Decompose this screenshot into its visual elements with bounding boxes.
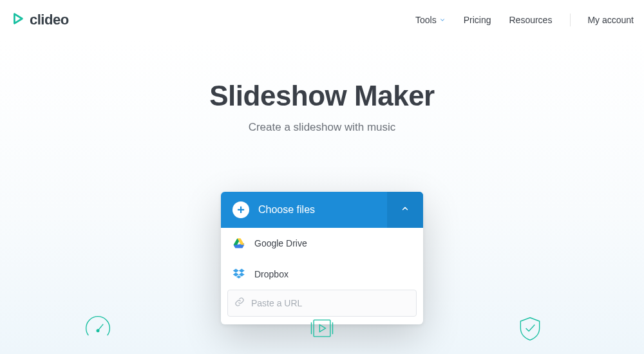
url-input-box[interactable] [227,290,417,317]
upload-panel: + Choose files Google Drive Dropbox [221,192,423,324]
source-dropbox-label: Dropbox [254,269,289,279]
logo-text: clideo [30,12,69,28]
logo[interactable]: clideo [10,12,69,28]
choose-files-label: Choose files [258,204,315,216]
choose-files-toggle[interactable] [387,192,423,228]
nav-separator [570,14,571,26]
choose-files-button[interactable]: + Choose files [221,192,423,228]
nav-pricing[interactable]: Pricing [464,15,491,25]
feature-slideshow-icon [308,314,336,342]
svg-marker-3 [234,245,245,248]
choose-files-main[interactable]: + Choose files [221,201,387,218]
nav-pricing-label: Pricing [464,15,491,25]
my-account-label: My account [587,15,634,25]
feature-secure-icon [516,314,544,342]
source-google-drive-label: Google Drive [254,238,307,248]
dropbox-icon [232,268,245,281]
source-google-drive[interactable]: Google Drive [221,228,423,259]
nav-resources[interactable]: Resources [509,15,552,25]
plus-icon: + [232,201,249,218]
page-subtitle: Create a slideshow with music [0,121,644,134]
svg-rect-6 [314,320,330,337]
nav-primary: Tools Pricing Resources [415,15,570,25]
header: clideo Tools Pricing Resources My a [0,0,644,41]
google-drive-icon [232,237,245,250]
source-dropbox[interactable]: Dropbox [221,259,423,290]
nav: Tools Pricing Resources My account [415,14,634,26]
nav-tools-label: Tools [415,15,437,25]
feature-speed-icon [84,314,112,342]
chevron-up-icon [401,204,410,216]
nav-resources-label: Resources [509,15,552,25]
chevron-down-icon [439,15,446,25]
nav-tools[interactable]: Tools [415,15,446,25]
url-input[interactable] [251,298,410,308]
svg-point-5 [97,330,99,332]
my-account-link[interactable]: My account [587,15,634,25]
page-title: Slideshow Maker [0,80,644,112]
link-icon [234,297,245,310]
logo-icon [10,12,24,28]
